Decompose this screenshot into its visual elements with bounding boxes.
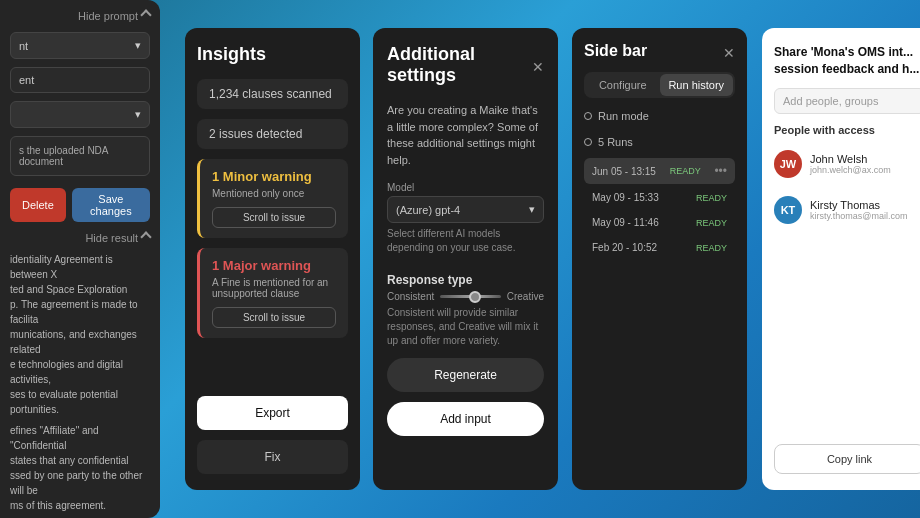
- close-icon[interactable]: ✕: [532, 59, 544, 75]
- run-entry-0[interactable]: Jun 05 - 13:15 READY •••: [584, 158, 735, 184]
- major-scroll-button[interactable]: Scroll to issue: [212, 307, 336, 328]
- model-hint: Select different AI models depending on …: [387, 227, 544, 255]
- ready-badge-0: READY: [670, 166, 701, 176]
- response-hint: Consistent will provide similar response…: [387, 306, 544, 348]
- run-entry-3[interactable]: Feb 20 - 10:52 READY: [584, 236, 735, 259]
- model-label: Model: [387, 182, 544, 193]
- file-box: s the uploaded NDA document: [10, 136, 150, 176]
- copy-link-button[interactable]: Copy link: [774, 444, 920, 474]
- share-title: Share 'Mona's OMS int... session feedbac…: [774, 44, 920, 78]
- dropdown-1[interactable]: nt ▾: [10, 32, 150, 59]
- add-input-button[interactable]: Add input: [387, 402, 544, 436]
- response-label: Response type: [387, 273, 544, 287]
- hide-prompt-label: Hide prompt: [78, 10, 138, 22]
- settings-title: Additional settings: [387, 44, 532, 86]
- chevron-up-result-icon: [140, 231, 151, 242]
- minor-scroll-button[interactable]: Scroll to issue: [212, 207, 336, 228]
- fix-button[interactable]: Fix: [197, 440, 348, 474]
- major-warning-box: 1 Major warning A Fine is mentioned for …: [197, 248, 348, 338]
- insights-title: Insights: [197, 44, 348, 65]
- run-date-1: May 09 - 15:33: [592, 192, 659, 203]
- run-date-3: Feb 20 - 10:52: [592, 242, 657, 253]
- ready-badge-3: READY: [696, 243, 727, 253]
- settings-panel: Additional settings ✕ Are you creating a…: [373, 28, 558, 490]
- major-warning-title: 1 Major warning: [212, 258, 336, 273]
- sidebar-close-icon[interactable]: ✕: [723, 45, 735, 61]
- run-mode-icon: [584, 112, 592, 120]
- insights-panel: Insights 1,234 clauses scanned 2 issues …: [185, 28, 360, 490]
- model-dropdown-icon: ▾: [529, 203, 535, 216]
- person-name-0: John Welsh: [810, 153, 891, 165]
- hide-result-label: Hide result: [85, 232, 138, 244]
- runs-row: 5 Runs: [584, 134, 735, 150]
- run-mode-row: Run mode: [584, 106, 735, 126]
- chevron-up-icon: [140, 9, 151, 20]
- settings-header: Additional settings ✕: [387, 44, 544, 90]
- person-row-1: KT Kirsty Thomas kirsty.thomas@mail.com: [774, 192, 920, 228]
- slider-thumb: [469, 291, 481, 303]
- minor-warning-title: 1 Minor warning: [212, 169, 336, 184]
- share-panel: Share 'Mona's OMS int... session feedbac…: [762, 28, 920, 490]
- run-list: Jun 05 - 13:15 READY ••• May 09 - 15:33 …: [584, 158, 735, 261]
- minor-warning-desc: Mentioned only once: [212, 188, 336, 199]
- person-name-1: Kirsty Thomas: [810, 199, 907, 211]
- major-warning-desc: A Fine is mentioned for an unsupported c…: [212, 277, 336, 299]
- ready-badge-1: READY: [696, 193, 727, 203]
- left-panel: Hide prompt nt ▾ ent ▾ s the uploaded ND…: [0, 0, 160, 518]
- run-history-tab[interactable]: Run history: [660, 74, 734, 96]
- person-info-1: Kirsty Thomas kirsty.thomas@mail.com: [810, 199, 907, 221]
- sidebar-header: Side bar ✕: [584, 42, 735, 64]
- response-slider[interactable]: [440, 295, 501, 298]
- hide-result-bar[interactable]: Hide result: [10, 232, 150, 244]
- save-button[interactable]: Save changes: [72, 188, 150, 222]
- slider-right-label: Creative: [507, 291, 544, 302]
- minor-warning-box: 1 Minor warning Mentioned only once Scro…: [197, 159, 348, 238]
- dropdown-2-arrow-icon: ▾: [135, 108, 141, 121]
- response-section: Response type Consistent Creative Consis…: [387, 273, 544, 348]
- configure-tab[interactable]: Configure: [586, 74, 660, 96]
- sidebar-title: Side bar: [584, 42, 647, 60]
- model-select[interactable]: (Azure) gpt-4 ▾: [387, 196, 544, 223]
- person-email-1: kirsty.thomas@mail.com: [810, 211, 907, 221]
- ready-badge-2: READY: [696, 218, 727, 228]
- people-input[interactable]: Add people, groups: [774, 88, 920, 114]
- slider-left-label: Consistent: [387, 291, 434, 302]
- sidebar-panel: Side bar ✕ Configure Run history Run mod…: [572, 28, 747, 490]
- dropdown-2[interactable]: ▾: [10, 101, 150, 128]
- run-mode-label: Run mode: [598, 110, 649, 122]
- regenerate-button[interactable]: Regenerate: [387, 358, 544, 392]
- runs-label: 5 Runs: [598, 136, 633, 148]
- people-label: People with access: [774, 124, 920, 136]
- runs-icon: [584, 138, 592, 146]
- person-row-0: JW John Welsh john.welch@ax.com: [774, 146, 920, 182]
- tab-row: Configure Run history: [584, 72, 735, 98]
- run-entry-1[interactable]: May 09 - 15:33 READY: [584, 186, 735, 209]
- avatar-1: KT: [774, 196, 802, 224]
- slider-row: Consistent Creative: [387, 291, 544, 302]
- run-entry-2[interactable]: May 09 - 11:46 READY: [584, 211, 735, 234]
- run-date-2: May 09 - 11:46: [592, 217, 659, 228]
- result-text: identiality Agreement is between X ted a…: [10, 252, 150, 518]
- person-info-0: John Welsh john.welch@ax.com: [810, 153, 891, 175]
- model-value: (Azure) gpt-4: [396, 204, 460, 216]
- clauses-scanned: 1,234 clauses scanned: [197, 79, 348, 109]
- dropdown-arrow-icon: ▾: [135, 39, 141, 52]
- hide-prompt-bar[interactable]: Hide prompt: [10, 10, 150, 22]
- export-button[interactable]: Export: [197, 396, 348, 430]
- issues-detected: 2 issues detected: [197, 119, 348, 149]
- settings-description: Are you creating a Maike that's a little…: [387, 102, 544, 168]
- avatar-0: JW: [774, 150, 802, 178]
- action-buttons: Delete Save changes: [10, 188, 150, 222]
- run-date-0: Jun 05 - 13:15: [592, 166, 656, 177]
- person-email-0: john.welch@ax.com: [810, 165, 891, 175]
- model-section: Model (Azure) gpt-4 ▾ Select different A…: [387, 182, 544, 263]
- input-1[interactable]: ent: [10, 67, 150, 93]
- run-dots-0[interactable]: •••: [714, 164, 727, 178]
- delete-button[interactable]: Delete: [10, 188, 66, 222]
